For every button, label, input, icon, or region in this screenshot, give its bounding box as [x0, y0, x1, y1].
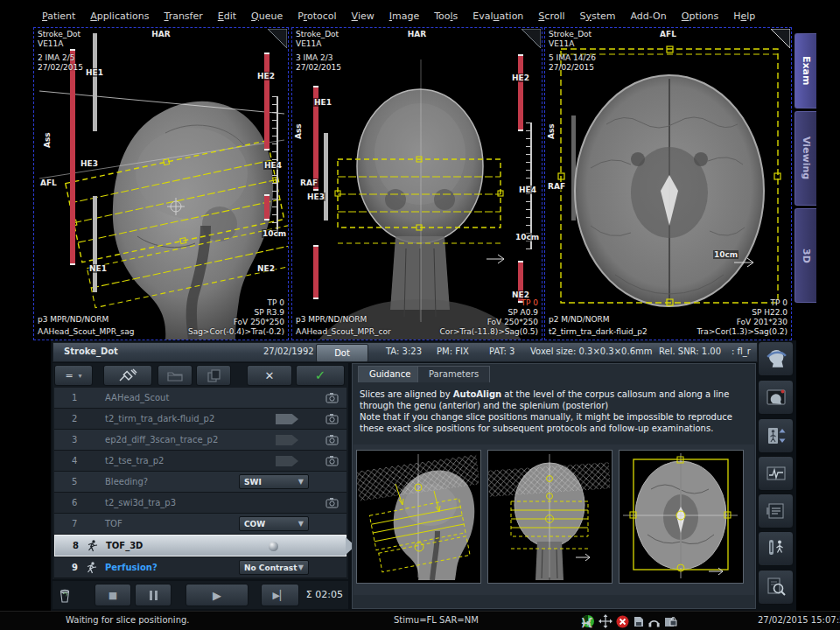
lock-card-icon: [664, 615, 677, 627]
sar-monitor-button[interactable]: 4 %: [758, 531, 794, 566]
protocol-row[interactable]: 5 Bleeding? SWI▼: [54, 472, 346, 493]
decision-dropdown[interactable]: SWI▼: [239, 474, 309, 489]
edit-protocol-button[interactable]: [103, 365, 152, 386]
dropdown-value: COW: [244, 520, 265, 528]
tab-guidance[interactable]: Guidance: [358, 366, 422, 382]
protocol-name: Bleeding?: [105, 477, 148, 486]
coil-label: NE2: [256, 264, 276, 273]
patient-table-button[interactable]: [758, 418, 794, 453]
thumb-coronal-image: [488, 451, 610, 581]
open-protocol-button[interactable]: [158, 365, 192, 386]
protocol-row[interactable]: 9 Perfusion? No Contrast▼: [54, 557, 346, 578]
arrow-icon: →: [581, 617, 590, 629]
thumb-axial[interactable]: [619, 450, 744, 584]
voxel-size: Voxel size: 0.3×0.3×0.6mm: [530, 346, 652, 356]
menu-item-patient[interactable]: Patient: [42, 10, 75, 22]
pause-badge-icon: [276, 414, 298, 424]
menu-item-system[interactable]: System: [580, 10, 616, 22]
table-move-status-icon: [598, 614, 612, 628]
tab-parameters[interactable]: Parameters: [417, 366, 490, 382]
patient-info-bar: Stroke_Dot 27/02/1992 Dot TA: 3:23 PM: F…: [52, 342, 758, 362]
menu-item-view[interactable]: View: [352, 10, 374, 22]
status-bar: Waiting for slice positioning. Stimu=FL …: [0, 611, 840, 630]
protocol-row[interactable]: 4 t2_tse_tra_p2: [54, 451, 346, 472]
thumb-coronal[interactable]: [487, 450, 612, 584]
tab-3d[interactable]: 3D: [794, 208, 816, 303]
guidance-panel: Guidance Parameters Slices are aligned b…: [352, 363, 756, 609]
image-display-button[interactable]: [758, 380, 794, 415]
menu-item-edit[interactable]: Edit: [218, 10, 236, 22]
tab-viewing[interactable]: Viewing: [794, 111, 816, 206]
coil-bar-active: [70, 49, 75, 265]
menu-item-scroll[interactable]: Scroll: [538, 10, 564, 22]
thumb-sagittal-image: [357, 451, 479, 581]
orientation-code: AFL: [660, 30, 676, 39]
sequence-name: : fl_r: [732, 346, 751, 356]
head-coil-position-button[interactable]: [758, 341, 794, 376]
sar-person-icon: [766, 538, 787, 559]
row-number: 4: [72, 456, 77, 466]
datetime: 27/02/2015 15:07:5: [758, 615, 840, 625]
coil-bar: [324, 133, 328, 220]
corner-handle-icon[interactable]: [268, 29, 287, 48]
queue-mode-split-button[interactable]: = ▾: [54, 365, 93, 386]
image-text-block: Stroke_DotVE11A 3 IMA 2/327/02/2015: [296, 30, 341, 73]
menu-item-applications[interactable]: Applications: [90, 10, 149, 22]
physio-signal-button[interactable]: [758, 456, 794, 491]
menu-item-image[interactable]: Image: [389, 10, 419, 22]
folder-icon: [167, 370, 183, 382]
coil-label: RAF: [299, 178, 318, 187]
menu-item-tools[interactable]: Tools: [434, 10, 458, 22]
corner-handle-icon[interactable]: [522, 29, 541, 48]
menu-item-transfer[interactable]: Transfer: [164, 10, 203, 22]
coil-bar: [93, 33, 97, 131]
corner-handle-icon[interactable]: [771, 29, 790, 48]
decision-dropdown[interactable]: COW▼: [239, 516, 309, 531]
headset-icon: [648, 615, 661, 627]
browse-protocols-button[interactable]: [758, 570, 794, 605]
viewport-axial[interactable]: Ass RAF 10cm Stroke_DotVE11A 5 IMA 14/26…: [544, 27, 792, 340]
copy-protocol-button[interactable]: [196, 365, 231, 386]
menu-item-protocol[interactable]: Protocol: [298, 10, 336, 22]
menu-item-evaluation[interactable]: Evaluation: [472, 10, 523, 22]
protocol-row[interactable]: 7 TOF COW▼: [54, 514, 346, 535]
stop-icon: ■: [108, 590, 117, 601]
coil-label: AFL: [39, 178, 58, 187]
table-move-icon: [766, 425, 787, 446]
decision-dropdown[interactable]: No Contrast▼: [239, 560, 309, 575]
menu-item-queue[interactable]: Queue: [251, 10, 283, 22]
menu-item-options[interactable]: Options: [682, 10, 718, 22]
row-number: 3: [72, 435, 77, 444]
image-info-left: p3 MPR/ND/NORMAAHead_Scout_MPR_cor: [296, 315, 391, 337]
search-document-icon: [766, 577, 787, 598]
stop-button[interactable]: ■: [94, 584, 131, 606]
cancel-button[interactable]: ✕: [247, 365, 292, 386]
viewport-sagittal[interactable]: HE1 Ass HE3 AFL NE1 HE2 HE4 10cm NE2 Str…: [33, 27, 289, 340]
camera-icon: [326, 497, 339, 508]
orientation-label: Ass: [547, 122, 556, 140]
tab-exam[interactable]: Exam: [794, 33, 816, 108]
protocol-row[interactable]: 2 t2_tirm_tra_dark-fluid_p2: [54, 409, 346, 430]
protocol-properties-button[interactable]: [758, 494, 794, 528]
delete-button[interactable]: [54, 584, 75, 606]
protocol-row[interactable]: 6 t2_swi3d_tra_p3: [54, 493, 346, 514]
row-number: 6: [72, 498, 77, 508]
skip-button[interactable]: ▶▏: [261, 584, 299, 606]
measurement-control-bar: ■ ▶ ▶▏ Σ 02:05: [52, 581, 348, 609]
viewport-coronal[interactable]: HE1 Ass RAF HE3 HE2 HE4 10cm NE2 Stroke_…: [291, 27, 542, 340]
protocol-row[interactable]: 3 ep2d_diff_3scan_trace_p2: [54, 430, 346, 451]
start-button[interactable]: ▶: [186, 584, 248, 606]
protocol-row-selected[interactable]: 8 TOF_3D: [54, 535, 346, 556]
thumb-sagittal[interactable]: [356, 450, 481, 584]
patient-name: Stroke_Dot: [64, 346, 118, 356]
pause-button[interactable]: [135, 584, 172, 606]
check-icon: ✓: [315, 368, 326, 383]
protocol-name: Perfusion?: [105, 563, 158, 572]
protocol-row[interactable]: 1 AAHead_Scout: [54, 388, 346, 409]
dot-engine-button[interactable]: Dot: [316, 344, 368, 362]
menu-item-addon[interactable]: Add-On: [631, 10, 667, 22]
apply-button[interactable]: ✓: [296, 365, 345, 386]
image-text-block: Stroke_DotVE11A 2 IMA 2/527/02/2015: [38, 30, 83, 73]
menu-item-help[interactable]: Help: [733, 10, 755, 22]
protocol-name: t2_tse_tra_p2: [105, 456, 164, 466]
